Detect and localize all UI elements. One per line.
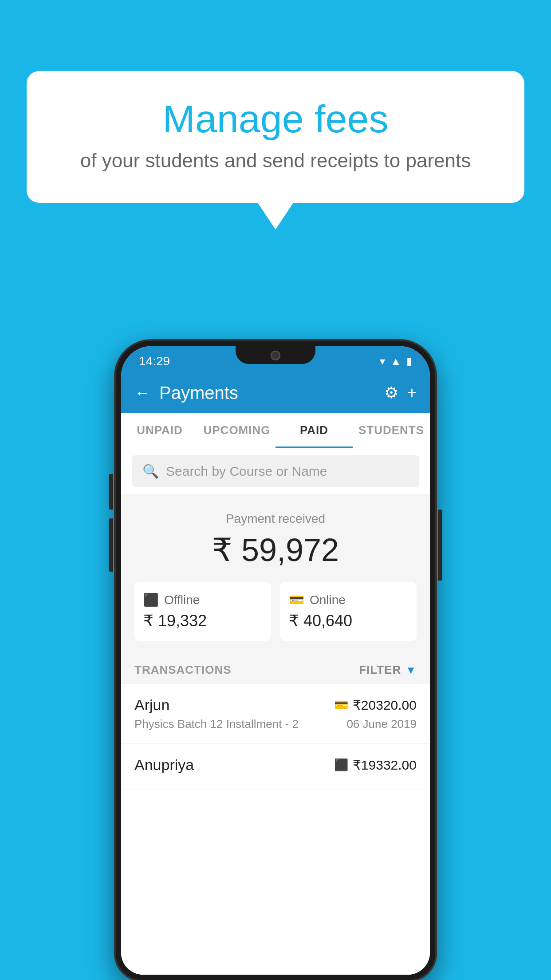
- offline-payment-card: ⬛ Offline ₹ 19,332: [134, 582, 271, 641]
- table-row[interactable]: Anupriya ⬛ ₹19332.00: [121, 744, 430, 790]
- app-title: Payments: [159, 383, 375, 403]
- wifi-icon: ▾: [380, 355, 385, 368]
- payment-received-label: Payment received: [134, 512, 417, 526]
- app-bar: ← Payments ⚙ +: [121, 373, 430, 413]
- battery-icon: ▮: [406, 355, 412, 368]
- volume-down-button: [109, 518, 113, 572]
- online-label: Online: [310, 593, 346, 607]
- speech-bubble-title: Manage fees: [62, 98, 489, 141]
- transaction-name: Anupriya: [134, 756, 194, 774]
- offline-icon: ⬛: [143, 593, 159, 607]
- filter-label: FILTER: [359, 663, 401, 677]
- online-icon: 💳: [289, 593, 304, 607]
- online-amount: ₹ 40,640: [289, 612, 408, 630]
- transaction-type-icon: ⬛: [334, 758, 348, 772]
- transaction-amount: ₹19332.00: [353, 757, 417, 773]
- payment-summary: Payment received ₹ 59,972 ⬛ Offline ₹ 19…: [121, 494, 430, 654]
- phone-screen: 14:29 ▾ ▲ ▮ ← Payments ⚙ + UNPAID UPCOMI…: [121, 346, 430, 975]
- tab-students[interactable]: STUDENTS: [353, 413, 430, 448]
- speech-bubble-tail: [258, 203, 293, 229]
- status-time: 14:29: [139, 354, 170, 368]
- transaction-name: Arjun: [134, 696, 169, 714]
- transaction-amount-container: 💳 ₹20320.00: [334, 697, 417, 713]
- offline-amount: ₹ 19,332: [143, 612, 262, 630]
- tab-paid[interactable]: PAID: [276, 413, 353, 448]
- phone-device: 14:29 ▾ ▲ ▮ ← Payments ⚙ + UNPAID UPCOMI…: [116, 341, 435, 980]
- transaction-row-bottom: Physics Batch 12 Installment - 2 06 June…: [134, 717, 417, 731]
- phone-notch: [236, 346, 315, 364]
- transaction-amount: ₹20320.00: [353, 697, 417, 713]
- main-content: 🔍 Search by Course or Name Payment recei…: [121, 448, 430, 975]
- transaction-description: Physics Batch 12 Installment - 2: [134, 717, 299, 731]
- transactions-header: TRANSACTIONS FILTER ▼: [121, 654, 430, 684]
- tab-unpaid[interactable]: UNPAID: [121, 413, 198, 448]
- speech-bubble-container: Manage fees of your students and send re…: [27, 71, 524, 229]
- speech-bubble-subtitle: of your students and send receipts to pa…: [62, 150, 489, 172]
- tab-upcoming[interactable]: UPCOMING: [198, 413, 276, 448]
- offline-card-header: ⬛ Offline: [143, 593, 262, 607]
- search-box[interactable]: 🔍 Search by Course or Name: [132, 455, 419, 487]
- transaction-row-top: Anupriya ⬛ ₹19332.00: [134, 756, 417, 774]
- transaction-row-top: Arjun 💳 ₹20320.00: [134, 696, 417, 714]
- transaction-amount-container: ⬛ ₹19332.00: [334, 757, 417, 773]
- settings-button[interactable]: ⚙: [384, 383, 398, 402]
- filter-icon: ▼: [405, 664, 417, 676]
- payment-cards: ⬛ Offline ₹ 19,332 💳 Online ₹ 40,640: [134, 582, 417, 641]
- offline-label: Offline: [164, 593, 200, 607]
- online-card-header: 💳 Online: [289, 593, 408, 607]
- volume-up-button: [109, 474, 113, 510]
- front-camera: [271, 351, 280, 360]
- online-payment-card: 💳 Online ₹ 40,640: [280, 582, 417, 641]
- search-icon: 🔍: [142, 463, 159, 479]
- table-row[interactable]: Arjun 💳 ₹20320.00 Physics Batch 12 Insta…: [121, 684, 430, 744]
- filter-button[interactable]: FILTER ▼: [359, 663, 417, 677]
- payment-total-amount: ₹ 59,972: [134, 531, 417, 569]
- search-placeholder: Search by Course or Name: [166, 464, 327, 479]
- power-button: [438, 510, 442, 581]
- search-container: 🔍 Search by Course or Name: [121, 448, 430, 494]
- speech-bubble: Manage fees of your students and send re…: [27, 71, 524, 203]
- signal-icon: ▲: [390, 355, 401, 368]
- transaction-date: 06 June 2019: [346, 717, 417, 731]
- status-icons: ▾ ▲ ▮: [380, 355, 412, 368]
- tabs: UNPAID UPCOMING PAID STUDENTS: [121, 413, 430, 448]
- transactions-list: Arjun 💳 ₹20320.00 Physics Batch 12 Insta…: [121, 684, 430, 975]
- add-button[interactable]: +: [407, 383, 417, 402]
- transactions-label: TRANSACTIONS: [134, 663, 232, 677]
- back-button[interactable]: ←: [134, 383, 150, 402]
- transaction-type-icon: 💳: [334, 698, 348, 712]
